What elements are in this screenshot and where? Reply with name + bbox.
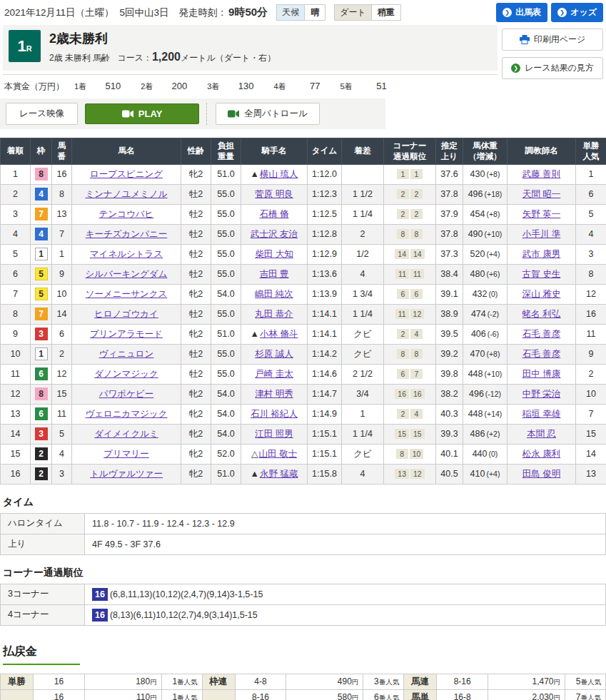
horse-name-link[interactable]: トルヴァルツァー: [90, 469, 163, 479]
results-guide-button[interactable]: ❯ レース結果の見方: [502, 57, 603, 79]
horse-name-cell: ミンナノユメミノル: [72, 184, 181, 204]
result-row: 248ミンナノユメミノル牡255.0菅原 明良1:12.31 1/22237.8…: [1, 184, 606, 204]
time-table: ハロンタイム 11.8 - 10.7 - 11.9 - 12.4 - 12.3 …: [0, 513, 606, 555]
trainer-cell: 稲垣 幸雄: [507, 404, 576, 424]
horse-name-link[interactable]: プリマリー: [103, 449, 149, 459]
jockey-link[interactable]: 小林 脩斗: [260, 329, 298, 339]
horse-name-link[interactable]: プリンアラモード: [90, 329, 163, 339]
col-sex-age: 性齢: [181, 138, 211, 165]
body-weight-cell: 496(+18): [463, 184, 507, 204]
corner4-leader: 16: [92, 609, 108, 622]
result-row: 447キーチズカンパニー牡255.0武士沢 友治1:12.828837.8490…: [1, 224, 606, 244]
jockey-link[interactable]: 丸田 恭介: [255, 309, 293, 319]
body-weight: 448: [468, 369, 483, 379]
jockey-link[interactable]: 石橋 脩: [260, 209, 289, 219]
trainer-link[interactable]: 石毛 善彦: [522, 349, 560, 359]
trainer-link[interactable]: 天間 昭一: [522, 189, 560, 199]
body-weight: 486: [470, 429, 485, 439]
jockey-link[interactable]: 杉原 誠人: [255, 349, 293, 359]
jockey-link[interactable]: 武士沢 友治: [251, 229, 298, 239]
horse-name-link[interactable]: ソーメニーサンクス: [86, 289, 168, 299]
body-weight-cell: 470(+8): [463, 344, 507, 364]
corner-position: 4: [410, 329, 423, 339]
jockey-link[interactable]: 山田 敬士: [259, 449, 297, 459]
sex-age: 牝2: [181, 464, 211, 484]
finish-position: 5: [1, 244, 31, 264]
trainer-cell: 石毛 善彦: [507, 344, 576, 364]
horse-number: 7: [52, 224, 72, 244]
finish-time: 1:14.6: [308, 364, 342, 384]
trainer-link[interactable]: 矢野 英一: [522, 209, 560, 219]
finish-time: 1:13.9: [308, 284, 342, 304]
last-3f-time: 40.5: [436, 464, 463, 484]
margin: 1 1/4: [342, 304, 384, 324]
horse-name-link[interactable]: テンコウバヒ: [99, 209, 154, 219]
race-video-button[interactable]: レース映像: [6, 103, 78, 125]
trainer-link[interactable]: 松永 康利: [522, 449, 560, 459]
payout-popularity: 3番人気: [363, 674, 404, 689]
play-button[interactable]: PLAY: [85, 103, 199, 124]
trainer-link[interactable]: 武市 康男: [522, 249, 560, 259]
corner-order-cell: 1112: [384, 304, 436, 324]
jockey-link[interactable]: 永野 猛蔵: [260, 469, 298, 479]
patrol-video-button[interactable]: 全周パトロール: [216, 103, 320, 125]
carried-weight: 51.0: [211, 464, 241, 484]
trainer-link[interactable]: 中野 栄治: [522, 389, 560, 399]
jockey-link[interactable]: 戸崎 圭太: [255, 369, 293, 379]
horse-name-link[interactable]: キーチズカンパニー: [86, 229, 168, 239]
jockey-link[interactable]: 石川 裕紀人: [251, 409, 298, 419]
corner-order-cell: 88: [384, 224, 436, 244]
corner-position: 11: [395, 269, 409, 279]
margin: 4: [342, 464, 384, 484]
jockey-link[interactable]: 津村 明秀: [255, 389, 293, 399]
horse-name-link[interactable]: シルバーキングダム: [86, 269, 168, 279]
entries-button[interactable]: ❯ 出馬表: [496, 3, 547, 22]
prize-amount: 130: [229, 81, 253, 91]
trainer-link[interactable]: 本間 忍: [527, 429, 556, 439]
trainer-link[interactable]: 小手川 準: [522, 229, 560, 239]
horse-name-link[interactable]: ヴェロニカマジック: [85, 409, 167, 419]
track-label: ダート: [335, 5, 372, 20]
jockey-link[interactable]: 吉田 豊: [260, 269, 289, 279]
win-favorite: 8: [576, 264, 606, 284]
jockey-link[interactable]: 菅原 明良: [255, 189, 293, 199]
jockey-link[interactable]: 柴田 大知: [255, 249, 293, 259]
frame-cell: 1: [31, 344, 52, 364]
horse-number: 1: [52, 244, 72, 264]
jockey-link[interactable]: 嶋田 純次: [255, 289, 293, 299]
body-weight-cell: 496(-12): [463, 384, 507, 404]
trainer-link[interactable]: 深山 雅史: [522, 289, 560, 299]
payout-type-exacta: 馬単: [404, 689, 437, 700]
sex-age: 牡2: [181, 304, 211, 324]
jockey-cell: ▲永野 猛蔵: [241, 464, 308, 484]
horse-name-link[interactable]: ロープスピニング: [90, 169, 163, 179]
trainer-link[interactable]: 田中 博康: [522, 369, 560, 379]
trainer-link[interactable]: 蛯名 利弘: [522, 309, 560, 319]
payout-type-quinella: 馬連: [404, 674, 437, 689]
odds-button[interactable]: ❯ オッズ: [551, 3, 603, 22]
last-3f-time: 39.5: [436, 324, 463, 344]
horse-name-link[interactable]: ヒロノゴウカイ: [94, 309, 158, 319]
body-weight: 430: [470, 169, 485, 179]
trainer-link[interactable]: 武藤 善則: [522, 169, 560, 179]
finish-time: 1:12.5: [308, 204, 342, 224]
corner-order-cell: 1312: [384, 464, 436, 484]
horse-name-link[interactable]: ヴィニュロン: [99, 349, 154, 359]
patrol-video-label: 全周パトロール: [244, 108, 308, 120]
horse-name-link[interactable]: ミンナノユメミノル: [85, 189, 167, 199]
horse-name-link[interactable]: パワポケビー: [99, 389, 153, 399]
payout-combo: 4-8: [235, 674, 286, 689]
horse-name-link[interactable]: マイネルシトラス: [90, 249, 163, 259]
print-page-button[interactable]: 印刷用ページ: [502, 29, 603, 51]
body-weight-diff: (0): [489, 450, 498, 458]
trainer-link[interactable]: 古賀 史生: [522, 269, 560, 279]
horse-name-link[interactable]: ダノンマジック: [94, 369, 158, 379]
jockey-link[interactable]: 横山 琉人: [260, 169, 298, 179]
jockey-link[interactable]: 江田 照男: [255, 429, 293, 439]
trainer-link[interactable]: 稲垣 幸雄: [522, 409, 560, 419]
trainer-link[interactable]: 田島 俊明: [522, 469, 560, 479]
trainer-link[interactable]: 石毛 善彦: [522, 329, 560, 339]
horse-name-link[interactable]: ダイメイクルミ: [94, 429, 158, 439]
jockey-cell: 菅原 明良: [241, 184, 308, 204]
body-weight-diff: (+6): [486, 270, 500, 278]
